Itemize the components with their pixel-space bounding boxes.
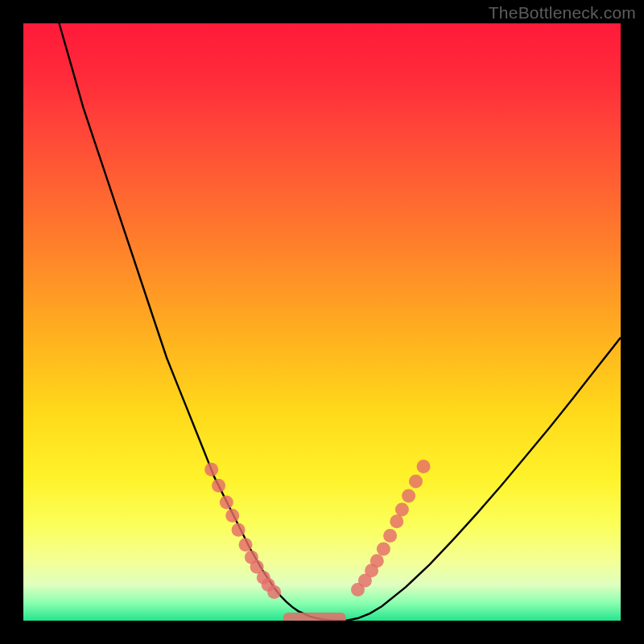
curve-dot [239, 538, 253, 551]
outer-black-frame: TheBottleneck.com [0, 0, 644, 644]
curve-dots-left [204, 463, 281, 599]
curve-dot [390, 514, 403, 528]
curve-dot [232, 523, 246, 537]
curve-dot [204, 463, 218, 477]
curve-dot [225, 509, 239, 522]
curve-dot [267, 585, 281, 599]
curve-dot [417, 460, 431, 473]
plot-area [23, 23, 621, 621]
curve-dot [220, 496, 233, 510]
curve-dot [409, 475, 423, 489]
curve-dot [377, 543, 390, 556]
bottleneck-curve [60, 23, 621, 621]
curve-dot [370, 554, 384, 568]
curve-dot [383, 529, 397, 543]
baseline-pill [283, 613, 346, 621]
curve-dot [402, 489, 415, 502]
bottleneck-curve-path [60, 23, 621, 621]
watermark-text: TheBottleneck.com [489, 3, 636, 23]
curve-dot [395, 503, 409, 517]
baseline-pill-rect [283, 613, 346, 621]
chart-svg [23, 23, 621, 621]
curve-dot [212, 479, 225, 493]
